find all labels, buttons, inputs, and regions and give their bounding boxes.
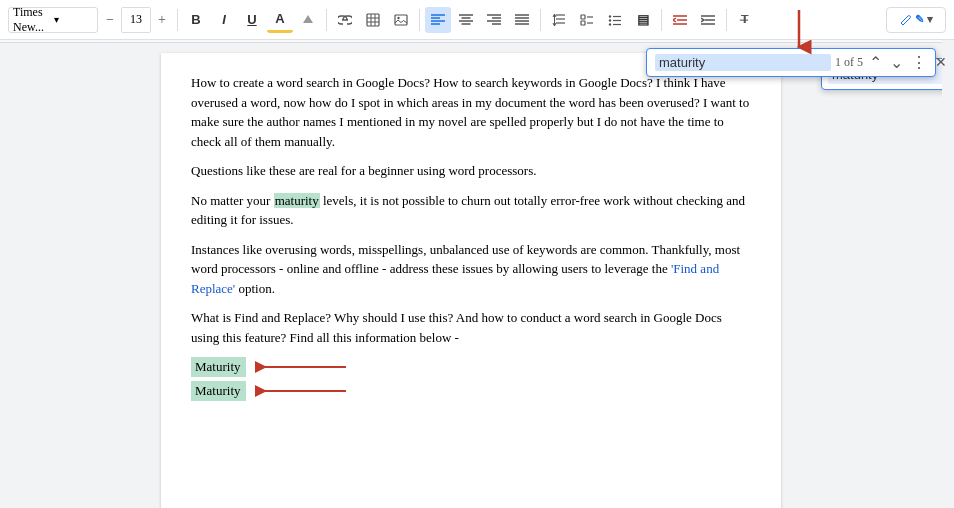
svg-point-32 [609,15,611,17]
document-page: 1 of 5 ⌃ ⌄ ⋮ ✕ How to create a word sear… [161,53,781,508]
maturity-row-2: Maturity [191,381,751,401]
italic-button[interactable]: I [211,7,237,33]
svg-point-7 [397,16,399,18]
font-family-select[interactable]: Times New... ▾ [8,7,98,33]
table-button[interactable] [360,7,386,33]
font-size-decrease-btn[interactable]: − [100,7,120,33]
align-justify-button[interactable] [509,7,535,33]
maturity-label-2: Maturity [191,381,246,401]
font-size-increase-btn[interactable]: + [152,7,172,33]
highlight-button[interactable] [295,7,321,33]
maturity-row-1: Maturity [191,357,751,377]
line-spacing-button[interactable] [546,7,572,33]
svg-point-36 [609,23,611,25]
arrow-maturity-1 [256,357,356,377]
align-left-button[interactable] [425,7,451,33]
maturity-label-1: Maturity [191,357,246,377]
font-size-value[interactable]: 13 [121,7,151,33]
paragraph-1: How to create a word search in Google Do… [191,73,751,151]
font-color-button[interactable]: A [267,7,293,33]
divider-1 [177,9,178,31]
arrow-maturity-2 [256,381,356,401]
find-bar-input[interactable] [655,54,831,71]
document-wrapper: 1 2 3 4 5 6 1 of 5 ⌃ ⌄ ⋮ ✕ [0,40,942,508]
svg-rect-28 [581,15,585,19]
divider-2 [326,9,327,31]
content-area: 1 2 3 4 5 6 1 of 5 ⌃ ⌄ ⋮ ✕ [0,40,954,508]
bold-button[interactable]: B [183,7,209,33]
paragraph-4: Instances like overusing words, misspell… [191,240,751,299]
find-options-btn[interactable]: ⋮ [909,53,929,72]
scrollbar[interactable] [942,40,954,508]
divider-6 [726,9,727,31]
svg-rect-1 [367,14,379,26]
find-next-btn[interactable]: ⌄ [888,55,905,71]
numbered-list-button[interactable]: ▤ [630,7,656,33]
checklist-button[interactable] [574,7,600,33]
svg-rect-30 [581,21,585,25]
ruler: 1 2 3 4 5 6 [0,40,942,43]
maturity-highlight: maturity [274,193,320,208]
paragraph-5: What is Find and Replace? Why should I u… [191,308,751,347]
bullet-list-button[interactable] [602,7,628,33]
find-bar-count: 1 of 5 [835,55,863,70]
paragraph-3: No matter your maturity levels, it is no… [191,191,751,230]
indent-increase-button[interactable] [695,7,721,33]
svg-rect-6 [395,15,407,25]
toolbar: Times New... ▾ − 13 + B I U A [0,0,954,40]
clear-format-button[interactable]: T̶ [732,7,758,33]
image-button[interactable] [388,7,414,33]
find-bar-overlay: 1 of 5 ⌃ ⌄ ⋮ ✕ [646,48,936,77]
find-prev-btn[interactable]: ⌃ [867,55,884,71]
divider-4 [540,9,541,31]
font-dropdown-icon: ▾ [54,14,93,25]
divider-5 [661,9,662,31]
paragraph-2: Questions like these are real for a begi… [191,161,751,181]
find-close-icon[interactable]: ✕ [933,54,949,71]
underline-button[interactable]: U [239,7,265,33]
svg-point-34 [609,19,611,21]
edit-mode-button[interactable]: ✎ ▾ [886,7,946,33]
indent-decrease-button[interactable] [667,7,693,33]
align-center-button[interactable] [453,7,479,33]
align-right-button[interactable] [481,7,507,33]
divider-3 [419,9,420,31]
link-button[interactable] [332,7,358,33]
